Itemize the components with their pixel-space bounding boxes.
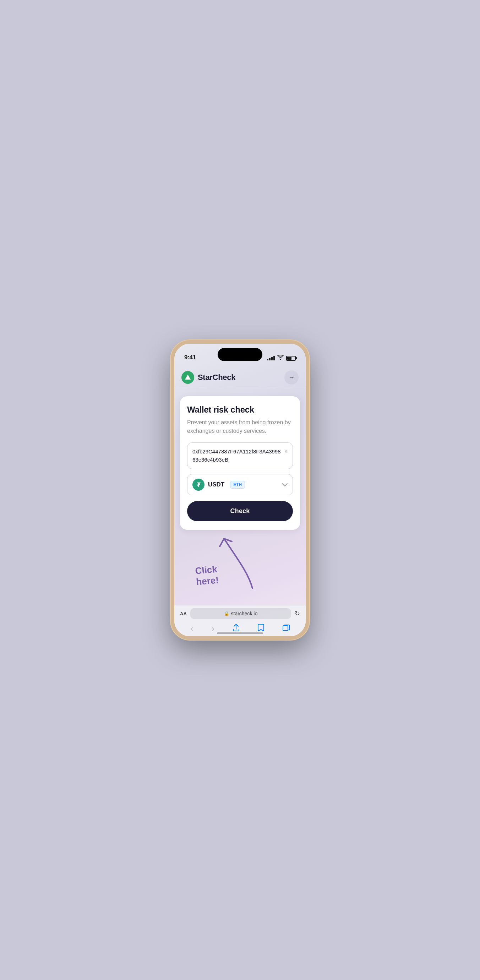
logo-triangle xyxy=(185,375,191,380)
svg-rect-0 xyxy=(283,626,288,631)
chevron-down-icon xyxy=(282,481,288,488)
status-time: 9:41 xyxy=(184,354,196,361)
annotation-line2: here! xyxy=(195,574,219,587)
token-network-badge: ETH xyxy=(230,481,245,488)
app-name: StarCheck xyxy=(198,373,235,382)
tabs-button[interactable] xyxy=(280,623,292,635)
address-input-wrapper[interactable]: 0xfb29C447887F67A112f8F3A4399863e36c4b93… xyxy=(187,442,293,469)
url-text: starcheck.io xyxy=(231,611,258,616)
token-name: USDT xyxy=(208,481,224,488)
home-indicator xyxy=(217,632,263,634)
card-subtitle: Prevent your assets from being frozen by… xyxy=(187,418,293,435)
login-button[interactable]: → xyxy=(285,370,299,385)
dynamic-island xyxy=(218,348,262,361)
url-bar-row: AA 🔒 starcheck.io ↻ xyxy=(174,605,306,620)
reload-button[interactable]: ↻ xyxy=(295,610,300,617)
volume-down-button[interactable] xyxy=(171,435,171,458)
logo-area: StarCheck xyxy=(181,371,235,384)
url-bar[interactable]: 🔒 starcheck.io xyxy=(190,608,291,619)
wallet-check-card: Wallet risk check Prevent your assets fr… xyxy=(180,396,300,530)
lock-icon: 🔒 xyxy=(224,611,229,616)
power-button[interactable] xyxy=(309,407,309,439)
login-icon: → xyxy=(288,374,295,381)
annotation-area: Click here! xyxy=(174,530,306,601)
check-button[interactable]: Check xyxy=(187,501,293,521)
status-icons xyxy=(267,355,296,361)
token-logo: ₮ xyxy=(192,479,205,491)
wifi-icon xyxy=(277,355,284,361)
font-size-button[interactable]: AA xyxy=(180,611,187,616)
signal-strength-icon xyxy=(267,356,275,360)
annotation-line1: Click xyxy=(195,563,218,576)
click-here-annotation: Click here! xyxy=(195,565,218,587)
token-symbol: ₮ xyxy=(197,482,200,488)
browser-nav: ‹ › xyxy=(174,620,306,639)
clear-address-button[interactable]: × xyxy=(281,449,288,455)
back-button[interactable]: ‹ xyxy=(188,622,196,636)
browser-bar: AA 🔒 starcheck.io ↻ ‹ › xyxy=(174,605,306,636)
phone-frame: 9:41 xyxy=(171,340,309,640)
app-header: StarCheck → xyxy=(174,365,306,389)
app-logo-icon xyxy=(181,371,194,384)
token-selector[interactable]: ₮ USDT ETH xyxy=(187,474,293,495)
mute-button[interactable] xyxy=(171,390,171,402)
forward-button[interactable]: › xyxy=(208,622,217,636)
address-input[interactable]: 0xfb29C447887F67A112f8F3A4399863e36c4b93… xyxy=(192,448,281,464)
token-info: ₮ USDT ETH xyxy=(192,479,245,491)
battery-icon xyxy=(286,356,296,361)
app-content: StarCheck → Wallet risk check Prevent yo… xyxy=(174,365,306,605)
card-title: Wallet risk check xyxy=(187,405,293,415)
volume-up-button[interactable] xyxy=(171,407,171,430)
